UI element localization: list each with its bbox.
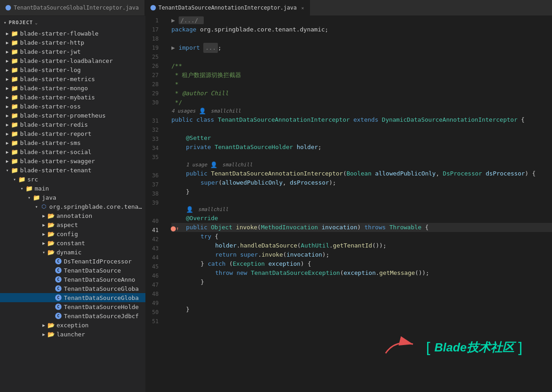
folder-icon: 📂 [47, 321, 55, 329]
sidebar-header[interactable]: ▾ Project ⌄ [0, 16, 145, 29]
line-num-45: 45 [146, 262, 162, 271]
sidebar-item-mongo[interactable]: ▶ 📁 blade-starter-mongo [0, 83, 145, 93]
close-brace-catch: } [201, 259, 208, 268]
sidebar-item-label: exception [57, 322, 88, 329]
code-line-37: super(allowedPublicOnly, dsProcessor); [171, 178, 552, 187]
sidebar-item-java[interactable]: ▾ 📁 java [0, 193, 145, 202]
fn-handle: handleDataSource [240, 241, 297, 250]
sidebar-item-report[interactable]: ▶ 📁 blade-starter-report [0, 129, 145, 138]
line-num-41: 41 [146, 226, 162, 235]
sidebar-item-constant[interactable]: ▶ 📂 constant [0, 238, 145, 248]
sidebar-item-main[interactable]: ▾ 📁 main [0, 184, 145, 193]
folder-icon: 📁 [18, 175, 26, 183]
folder-icon: 📁 [11, 30, 18, 37]
folder-icon: 📁 [11, 112, 18, 119]
sidebar-item-label: TenantDataSourceGloba [64, 294, 139, 301]
chevron-icon: ▶ [40, 323, 47, 328]
sidebar-item-aspect[interactable]: ▶ 📂 aspect [0, 220, 145, 229]
kw-public-41: public [186, 223, 211, 232]
type-exc-class: TenantDataSourceException [251, 268, 340, 278]
sidebar-item-holder-class[interactable]: ▶ C TenantDataSourceHolde [0, 302, 145, 311]
line-num-39: 39 [146, 198, 162, 207]
tab-global-interceptor[interactable]: TenantDataSourceGlobalInterceptor.java [0, 0, 145, 15]
sidebar-item-label: launcher [57, 331, 85, 338]
sidebar-item-loadbalancer[interactable]: ▶ 📁 blade-starter-loadbalancer [0, 56, 145, 65]
line-num-29: 29 [146, 89, 162, 98]
sidebar-item-prometheus[interactable]: ▶ 📁 blade-starter-prometheus [0, 111, 145, 120]
parens-43: ()); [372, 241, 386, 250]
sidebar-item-annotation-class[interactable]: ▶ C TenantDataSourceAnno [0, 275, 145, 284]
sidebar-item-log[interactable]: ▶ 📁 blade-starter-log [0, 65, 145, 74]
code-editor[interactable]: 1 17 18 19 25 26 27 28 29 30 31 32 33 34… [146, 16, 552, 392]
chevron-icon: ▶ [40, 232, 47, 237]
sidebar-item-annotation[interactable]: ▶ 📂 annotation [0, 211, 145, 220]
sidebar-item-label: java [42, 194, 56, 201]
sidebar-item-tenant[interactable]: ▾ 📁 blade-starter-tenant [0, 165, 145, 175]
fn-invoke: invoke [236, 223, 258, 232]
tab-label-1: TenantDataSourceGlobalInterceptor.java [14, 5, 139, 11]
close-brace-47: } [201, 278, 204, 287]
chevron-icon: ▶ [4, 131, 11, 136]
fold-marker-import[interactable]: ▶ [171, 43, 179, 52]
paren-close-37: ); [329, 178, 336, 187]
sidebar-item-mybatis[interactable]: ▶ 📁 blade-starter-mybatis [0, 93, 145, 102]
chevron-icon: ▶ [4, 104, 11, 109]
comment-star: * [171, 80, 179, 89]
sidebar-item-ds-tenant-id-processor[interactable]: ▶ C DsTenantIdProcessor [0, 257, 145, 266]
chevron-icon: ▶ [4, 49, 11, 54]
line-num-34: 34 [146, 144, 162, 153]
sidebar-item-global1-class[interactable]: ▶ C TenantDataSourceGloba [0, 284, 145, 293]
tab-close-button[interactable]: ✕ [301, 5, 304, 10]
sidebar-item-metrics[interactable]: ▶ 📁 blade-starter-metrics [0, 74, 145, 83]
code-line-33: @Setter [171, 134, 552, 143]
folder-icon: 📁 [11, 103, 18, 110]
code-line-45: } catch (Exception exception) { [171, 259, 552, 268]
chevron-icon: ▾ [26, 195, 33, 200]
sidebar-item-config[interactable]: ▶ 📂 config [0, 229, 145, 238]
chevron-icon: ▶ [4, 67, 11, 72]
sidebar-item-sms[interactable]: ▶ 📁 blade-starter-sms [0, 138, 145, 147]
folder-icon: 📁 [33, 194, 40, 201]
sidebar-item-package[interactable]: ▾ ⬡ org.springblade.core.tenant [0, 202, 145, 211]
sidebar-item-launcher[interactable]: ▶ 📂 launcher [0, 330, 145, 339]
code-line-41: ⬤↑ public Object invoke(MethodInvocation… [171, 223, 552, 232]
parens-44: ( [283, 250, 287, 259]
kw-private: private [186, 143, 215, 152]
line-num-36: 36 [146, 171, 162, 180]
code-line-43: holder.handleDataSource(AuthUtil.getTena… [171, 241, 552, 250]
chevron-icon: ▾ [11, 177, 18, 182]
sidebar-item-exception[interactable]: ▶ 📂 exception [0, 320, 145, 330]
line-num-32: 32 [146, 125, 162, 134]
kw-extends: extends [353, 115, 382, 124]
sidebar-item-swagger[interactable]: ▶ 📁 blade-starter-swagger [0, 156, 145, 165]
sidebar-item-oss[interactable]: ▶ 📁 blade-starter-oss [0, 102, 145, 111]
chevron-icon: ▾ [40, 250, 47, 255]
folder-icon: 📂 [47, 239, 55, 247]
sidebar-item-dynamic[interactable]: ▾ 📂 dynamic [0, 248, 145, 257]
code-line-38: } [171, 187, 552, 196]
line-num-19: 19 [146, 43, 162, 52]
sidebar-item-social[interactable]: ▶ 📁 blade-starter-social [0, 147, 145, 156]
code-lines: ▶ /.../ package org.springblade.core.ten… [168, 16, 552, 392]
chevron-icon: ▶ [40, 332, 47, 337]
sidebar-item-global2-class[interactable]: ▶ C TenantDataSourceGloba [0, 293, 145, 302]
paren-close-36: ) { [525, 169, 536, 178]
sidebar-item-tenant-datasource[interactable]: ▶ C TenantDataSource [0, 266, 145, 275]
code-line-meta2: 1 usage 👤 smallchill [171, 161, 552, 169]
sidebar-item-redis[interactable]: ▶ 📁 blade-starter-redis [0, 120, 145, 129]
open-brace-42: { [215, 232, 218, 241]
chevron-icon: ▶ [4, 113, 11, 118]
sidebar-item-src[interactable]: ▾ 📁 src [0, 175, 145, 184]
line-num-46: 46 [146, 271, 162, 280]
sidebar-item-label: blade-starter-prometheus [20, 112, 106, 119]
code-line-28: * [171, 80, 552, 89]
tab-annotation-interceptor[interactable]: TenantDataSourceAnnotationInterceptor.ja… [145, 0, 310, 15]
sidebar-item-http[interactable]: ▶ 📁 blade-starter-http [0, 38, 145, 47]
paren-43: ( [297, 241, 301, 250]
sidebar-item-label: TenantDataSourceGloba [64, 285, 139, 292]
folder-icon: 📁 [11, 66, 18, 73]
sidebar-item-jwt[interactable]: ▶ 📁 blade-starter-jwt [0, 47, 145, 56]
fold-marker[interactable]: ▶ /.../ [171, 16, 204, 25]
sidebar-item-jdbc-class[interactable]: ▶ C TenantDataSourceJdbcf [0, 311, 145, 320]
sidebar-item-flowable[interactable]: ▶ 📁 blade-starter-flowable [0, 29, 145, 38]
